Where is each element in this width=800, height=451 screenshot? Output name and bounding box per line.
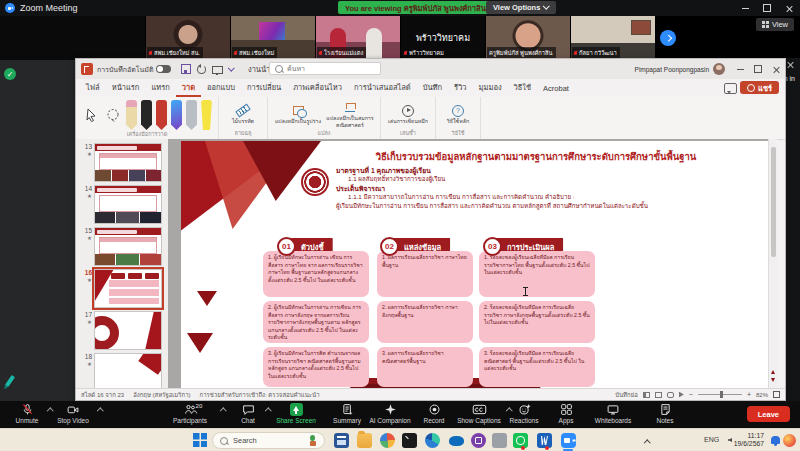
video-tile-empty[interactable] <box>0 16 145 60</box>
taskbar-search[interactable]: Search <box>212 432 325 449</box>
slide-scrollbar[interactable] <box>768 139 777 388</box>
fit-slide-icon[interactable] <box>773 391 780 398</box>
ink-to-shape-button[interactable]: แปลงหมึกเป็นรูปร่าง <box>273 104 323 124</box>
next-page-button[interactable] <box>660 30 676 46</box>
tray-chevron-icon[interactable] <box>645 438 650 447</box>
close-icon[interactable] <box>787 61 794 68</box>
video-tile[interactable]: กัลยา กวีวัฒนา <box>571 16 655 60</box>
tab-home[interactable]: หน้าแรก <box>106 78 146 97</box>
tab-draw[interactable]: วาด <box>176 78 201 97</box>
zoom-slider[interactable] <box>698 394 742 395</box>
chevron-down-icon[interactable] <box>229 64 235 70</box>
participants-button[interactable]: 20 Participants <box>155 403 225 424</box>
undo-icon[interactable] <box>197 65 206 74</box>
tab-slideshow[interactable]: การนำเสนอสไลด์ <box>348 78 417 97</box>
video-tile[interactable]: สพม.เชียงใหม่ <box>231 16 315 60</box>
slide-thumbnail-18[interactable]: 18★ <box>80 353 166 388</box>
help-button[interactable]: วิธีใช้หลัก <box>441 104 475 124</box>
ppt-close-button[interactable] <box>767 59 785 79</box>
ppt-share-button[interactable]: แชร์ <box>740 81 779 94</box>
video-tile[interactable]: สพม.เชียงใหม่ สน. <box>146 16 230 60</box>
notification-bell-icon[interactable] <box>771 436 780 444</box>
file-explorer-icon[interactable] <box>357 433 372 448</box>
leave-button[interactable]: Leave <box>747 406 790 422</box>
scrollbar-thumb[interactable] <box>771 147 776 257</box>
reactions-button[interactable]: Reactions <box>499 403 549 424</box>
close-button[interactable] <box>778 0 800 16</box>
tab-acrobat[interactable]: Acrobat <box>537 81 575 97</box>
snipping-tool-icon[interactable] <box>471 433 486 448</box>
present-icon[interactable] <box>212 66 223 74</box>
annotate-pencil-icon[interactable] <box>5 375 15 387</box>
stop-video-button[interactable]: Stop Video <box>44 403 102 424</box>
notes-button[interactable]: Notes <box>647 403 683 424</box>
video-tile[interactable]: โรงเรียนแม่แตง <box>316 16 400 60</box>
clock[interactable]: 11:17 19/6/2567 <box>734 432 764 449</box>
slide-thumbnail-14[interactable]: 14★ <box>80 185 166 224</box>
accessibility-status[interactable]: การช่วยสำหรับการเข้าถึง: ตรวจสอบคำแนะนำ <box>200 390 320 400</box>
language-indicator[interactable]: อังกฤษ (สหรัฐอเมริกา) <box>133 390 190 400</box>
lasso-select-icon[interactable] <box>103 103 123 127</box>
slide-thumbnail-13[interactable]: 13★ <box>80 143 166 182</box>
photos-app-icon[interactable] <box>380 433 395 448</box>
ruler-button[interactable]: ไม้บรรทัด <box>224 104 262 124</box>
select-cursor-icon[interactable] <box>81 103 101 127</box>
tray-app-icon[interactable] <box>783 434 796 447</box>
settings-app-icon[interactable] <box>492 433 507 448</box>
zoom-level[interactable]: 82% <box>756 392 768 398</box>
calculator-app-icon[interactable] <box>334 433 349 448</box>
tab-transitions[interactable]: การเปลี่ยน <box>241 78 287 97</box>
previous-slide-icon[interactable] <box>771 370 775 374</box>
zoom-out-button[interactable]: − <box>689 391 693 398</box>
slide-thumbnail-15[interactable]: 15★ <box>80 227 166 266</box>
black-pen-tool[interactable] <box>141 100 152 130</box>
slideshow-icon[interactable] <box>679 392 684 398</box>
comments-icon[interactable] <box>724 83 737 94</box>
yellow-highlighter-tool[interactable] <box>201 100 212 130</box>
slide-sorter-icon[interactable] <box>655 392 662 398</box>
video-tile[interactable]: พร้าววิทยาคม พร้าววิทยาคม <box>401 16 485 60</box>
slide-thumbnail-16-selected[interactable]: 16★ <box>80 269 166 308</box>
ppt-search-box[interactable]: ค้นหา <box>269 62 381 75</box>
ppt-restore-button[interactable] <box>749 59 767 79</box>
tab-design[interactable]: ออกแบบ <box>201 78 241 97</box>
video-tile-presenter[interactable]: ครูพิมพ์ปภัส พูนพงศ์กาสิน <box>486 16 570 60</box>
ink-to-math-button[interactable]: แปลงหมึกเป็นสมการคณิตศาสตร์ <box>325 101 375 127</box>
whiteboards-button[interactable]: Whiteboards <box>582 403 644 424</box>
zoom-in-button[interactable]: + <box>747 391 751 398</box>
slide-thumbnail-17[interactable]: 17★ <box>80 311 166 350</box>
volume-icon[interactable] <box>728 438 732 442</box>
tab-help[interactable]: วิธีใช้ <box>508 78 538 97</box>
zoom-app-icon[interactable] <box>561 433 576 448</box>
apps-button[interactable]: Apps <box>548 403 584 424</box>
maximize-button[interactable] <box>756 0 778 16</box>
tab-insert[interactable]: แทรก <box>145 78 175 97</box>
notes-toggle[interactable]: บันทึกย่อ <box>615 390 638 400</box>
view-options-button[interactable]: View Options <box>486 1 556 14</box>
save-icon[interactable] <box>181 64 191 74</box>
tab-review[interactable]: รีวิว <box>448 78 472 97</box>
silver-pen-tool[interactable] <box>186 100 197 130</box>
galaxy-pen-tool[interactable] <box>171 100 182 130</box>
tab-view[interactable]: มุมมอง <box>473 78 508 97</box>
tab-animations[interactable]: ภาพเคลื่อนไหว <box>287 78 348 97</box>
tab-record[interactable]: บันทึก <box>417 78 448 97</box>
reading-view-icon[interactable] <box>667 392 674 398</box>
eraser-tool[interactable] <box>126 100 137 130</box>
minimize-button[interactable] <box>734 0 756 16</box>
share-screen-button[interactable]: Share Screen <box>264 403 328 424</box>
ink-replay-button[interactable]: เล่นการเขียนหมึก <box>386 104 430 124</box>
account-area[interactable]: Pimpapat Poonpongpasin <box>635 59 725 79</box>
view-layout-button[interactable]: View <box>756 18 794 31</box>
annotation-check-icon[interactable] <box>4 68 16 80</box>
red-pen-tool[interactable] <box>156 100 167 130</box>
normal-view-icon[interactable] <box>643 392 650 398</box>
start-button[interactable] <box>193 433 207 447</box>
onedrive-icon[interactable] <box>449 436 464 446</box>
tab-file[interactable]: ไฟล์ <box>80 78 106 97</box>
terminal-app-icon[interactable] <box>402 433 417 448</box>
ppt-minimize-button[interactable] <box>731 59 749 79</box>
language-indicator[interactable]: ENG <box>704 436 719 443</box>
autosave-toggle[interactable]: การบันทึกอัตโนมัติ <box>97 64 171 75</box>
edge-browser-icon[interactable] <box>425 433 440 448</box>
